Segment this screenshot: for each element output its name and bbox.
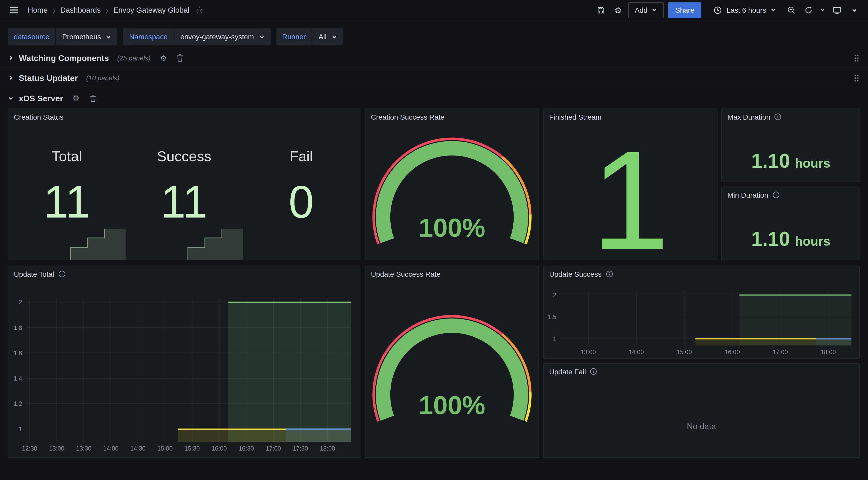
row-delete-button[interactable] (89, 94, 97, 102)
svg-text:14:30: 14:30 (130, 445, 146, 452)
timeseries-chart[interactable]: 11.5213:0014:0015:0016:0017:0018:00 (544, 282, 859, 358)
panel-title[interactable]: Max Duration (727, 113, 770, 121)
breadcrumb-separator: › (106, 6, 108, 14)
stat-success: Success 11 (126, 124, 243, 260)
refresh-button[interactable] (801, 3, 815, 17)
svg-text:13:00: 13:00 (581, 349, 596, 356)
variable-value-dropdown[interactable]: envoy-gateway-system (175, 28, 271, 45)
panel-title[interactable]: Creation Success Rate (371, 113, 444, 121)
info-icon (606, 270, 613, 278)
svg-text:1.8: 1.8 (14, 325, 22, 331)
panel-info-button[interactable] (606, 270, 613, 278)
panel-title[interactable]: Update Success Rate (371, 270, 440, 278)
panel-title[interactable]: Creation Status (14, 113, 64, 121)
row-watching-components[interactable]: Watching Components (25 panels) ⚙ (0, 50, 868, 66)
row-status-updater[interactable]: Status Updater (10 panels) (0, 70, 868, 86)
add-button[interactable]: Add (628, 2, 663, 18)
save-dashboard-button[interactable] (594, 3, 608, 17)
svg-text:16:00: 16:00 (212, 445, 227, 452)
collapse-nav-button[interactable] (847, 3, 862, 17)
panel-title[interactable]: Update Success (549, 270, 602, 278)
panel-min-duration: Min Duration 1.10 hours (721, 186, 860, 260)
gear-icon: ⚙ (614, 6, 622, 14)
stat-label: Success (157, 148, 211, 165)
info-icon (772, 191, 780, 199)
gear-icon: ⚙ (72, 94, 80, 102)
grafana-dashboard: Home › Dashboards › Envoy Gateway Global… (0, 0, 868, 480)
svg-text:100%: 100% (419, 391, 486, 420)
timeseries-chart[interactable]: 11.21.41.61.8212:3013:0013:3014:0014:301… (8, 282, 360, 457)
info-icon (590, 368, 597, 376)
tv-icon (833, 6, 841, 14)
add-button-label: Add (635, 6, 648, 14)
dashboard-variables-bar: datasource Prometheus Namespace envoy-ga… (8, 28, 343, 45)
chevron-down-icon (106, 34, 111, 39)
sparkline (126, 229, 243, 260)
stat-duration: 1.10 hours (722, 124, 860, 182)
svg-text:1.4: 1.4 (14, 375, 22, 382)
time-range-picker[interactable]: Last 6 hours (709, 2, 781, 18)
svg-text:14:00: 14:00 (628, 349, 644, 356)
panel-title[interactable]: Update Total (14, 270, 54, 278)
stat-value: 0 (288, 179, 314, 225)
dashboard-settings-button[interactable]: ⚙ (611, 3, 625, 17)
chevron-down-icon (652, 7, 657, 13)
svg-text:18:00: 18:00 (820, 349, 836, 356)
row-settings-button[interactable]: ⚙ (72, 94, 80, 102)
variable-label: Namespace (123, 28, 175, 45)
panel-info-button[interactable] (774, 113, 782, 121)
svg-text:100%: 100% (419, 213, 486, 242)
refresh-icon (804, 6, 812, 14)
breadcrumb-home[interactable]: Home (28, 6, 48, 14)
chevron-right-icon (8, 74, 14, 81)
panel-info-button[interactable] (590, 368, 597, 376)
row-title: Status Updater (19, 73, 78, 82)
variable-value-dropdown[interactable]: Prometheus (56, 28, 118, 45)
menu-toggle-button[interactable] (7, 3, 21, 17)
panel-title[interactable]: Update Fail (549, 367, 586, 376)
svg-text:13:00: 13:00 (49, 445, 64, 452)
svg-text:16:30: 16:30 (239, 445, 254, 452)
panel-creation-status: Creation Status Total 11 Success 11 Fail… (8, 109, 361, 260)
row-title: xDS Server (19, 93, 63, 102)
row-xds-server[interactable]: xDS Server ⚙ (0, 90, 868, 106)
gauge-chart: 100% (365, 124, 538, 260)
chevron-down-icon (8, 95, 14, 101)
panel-max-duration: Max Duration 1.10 hours (721, 109, 860, 182)
svg-text:13:30: 13:30 (76, 445, 91, 452)
panel-creation-success-rate: Creation Success Rate 100% (365, 109, 539, 260)
row-settings-button[interactable]: ⚙ (160, 54, 167, 62)
zoom-out-time-button[interactable] (784, 3, 798, 17)
gear-icon: ⚙ (160, 54, 167, 62)
panel-info-button[interactable] (58, 270, 66, 278)
save-icon (597, 6, 605, 14)
share-button[interactable]: Share (668, 2, 702, 18)
row-delete-button[interactable] (176, 54, 184, 62)
panel-update-total: Update Total 11.21.41.61.8212:3013:0013:… (8, 266, 361, 458)
refresh-interval-dropdown[interactable] (818, 3, 827, 17)
stat-value: 1.10 (751, 149, 790, 173)
svg-text:1.2: 1.2 (14, 400, 22, 407)
svg-text:16:00: 16:00 (724, 349, 740, 356)
favorite-star-icon[interactable]: ☆ (195, 5, 204, 14)
panel-info-button[interactable] (772, 191, 780, 199)
panel-title[interactable]: Min Duration (727, 191, 768, 199)
svg-text:2: 2 (19, 299, 22, 306)
trash-icon (89, 94, 97, 102)
stat-value: 11 (43, 179, 90, 225)
stat-unit: hours (795, 234, 830, 249)
panel-title[interactable]: Finished Stream (549, 113, 602, 121)
stat-value: 1 (544, 124, 717, 260)
panel-update-fail: Update Fail No data (543, 363, 860, 458)
time-range-label: Last 6 hours (726, 6, 766, 14)
variable-value: envoy-gateway-system (180, 33, 254, 41)
svg-text:15:30: 15:30 (184, 445, 200, 452)
kiosk-mode-button[interactable] (830, 3, 844, 17)
variable-datasource: datasource Prometheus (8, 28, 118, 45)
row-drag-handle[interactable] (854, 73, 859, 82)
breadcrumb-separator: › (53, 6, 56, 14)
top-nav: Home › Dashboards › Envoy Gateway Global… (0, 0, 868, 21)
breadcrumb-dashboards[interactable]: Dashboards (60, 6, 101, 14)
variable-value-dropdown[interactable]: All (312, 28, 343, 45)
row-drag-handle[interactable] (854, 54, 859, 62)
